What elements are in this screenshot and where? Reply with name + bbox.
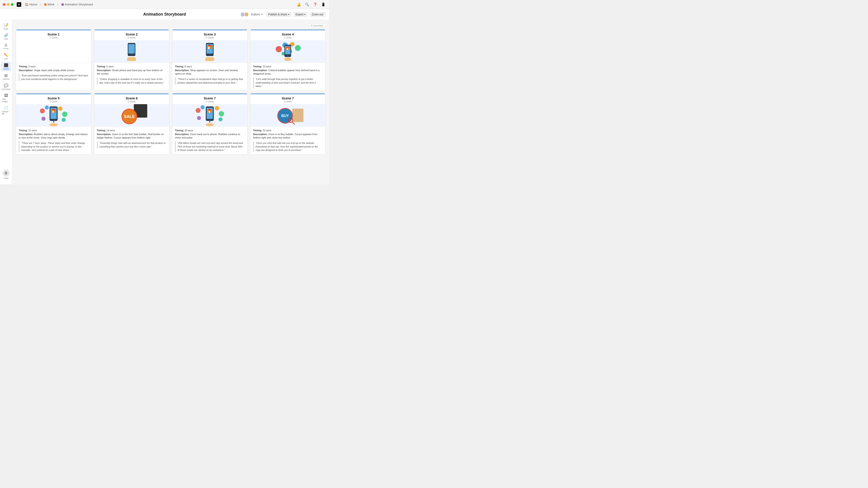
editors-btn[interactable]: Editors ▾ xyxy=(249,12,264,17)
phone-hand-svg xyxy=(124,42,140,61)
sidebar-label-note: Note xyxy=(4,28,8,30)
sidebar-bottom: 🗑 Trash xyxy=(1,168,11,181)
scene-5-quote: "There are 7 keys steps. These steps and… xyxy=(19,141,88,152)
svg-point-43 xyxy=(195,108,200,113)
svg-rect-36 xyxy=(52,109,55,110)
scene-1-quote: "Ever purchased something online using y… xyxy=(19,74,88,81)
export-label: Export xyxy=(296,13,304,16)
breadcrumb-storyboard[interactable]: Animation Storyboard xyxy=(60,2,94,6)
svg-rect-35 xyxy=(53,111,54,113)
board-icon: ⬛ xyxy=(4,63,8,67)
export-btn[interactable]: Export ▾ xyxy=(293,12,308,17)
breadcrumb-sep-1: / xyxy=(40,3,41,6)
storyboard-dot xyxy=(61,3,64,6)
top-bar: N 🏠 Home / Work / Animation Storyboard 🔔… xyxy=(0,0,329,9)
search-icon: 🔍 xyxy=(305,2,309,6)
svg-point-2 xyxy=(131,54,132,55)
page-title: Animation Storyboard xyxy=(143,12,186,17)
sidebar-item-trash[interactable]: 🗑 Trash xyxy=(1,168,11,181)
scene-card-4: Scene 4 2 cards xyxy=(250,29,326,91)
scene-7a-header: Scene 7 2 cards xyxy=(172,94,247,104)
minimize-button[interactable] xyxy=(7,3,9,6)
sidebar-item-add-image[interactable]: 🖼 Add Image xyxy=(1,92,11,104)
breadcrumb-work[interactable]: Work xyxy=(43,2,56,6)
scene-7a-timing: Timing: 20 secs xyxy=(175,129,245,132)
notifications-btn[interactable]: 🔔 xyxy=(296,1,302,8)
sidebar-label-upload-file: Upload file xyxy=(2,110,10,115)
zoom-out-btn[interactable]: Zoom out xyxy=(309,12,326,17)
buy-svg: BUY xyxy=(272,104,304,127)
export-chevron: ▾ xyxy=(304,13,305,15)
scene-7a-image xyxy=(172,104,247,127)
publish-share-btn[interactable]: Publish & share ▾ xyxy=(266,12,291,17)
scene-7a-desc: Description: Zoom back out to phone. Bub… xyxy=(175,133,245,140)
scene-7b-header: Scene 7 2 cards xyxy=(250,94,326,104)
scene-5-title: Scene 5 xyxy=(19,96,88,100)
scene-4-quote: "Let's walk through that journey togethe… xyxy=(253,77,323,88)
scene-3-count: 2 cards xyxy=(175,36,245,39)
scene-1-body: Timing: 3 secs Description: Jingle start… xyxy=(16,63,91,90)
sidebar-label-line: Line xyxy=(4,58,8,60)
svg-point-30 xyxy=(41,117,45,121)
sidebar-item-todo[interactable]: ☰ To-do xyxy=(1,42,11,51)
scene-card-1: Scene 1 2 cards Timing: 3 secs Descripti… xyxy=(16,29,91,91)
sidebar-item-link[interactable]: 🔗 Link xyxy=(1,32,11,41)
sidebar: 📝 Note 🔗 Link ☰ To-do ✏️ Line ⬛ Board ▤ xyxy=(0,20,12,184)
editors-chevron: ▾ xyxy=(261,13,262,15)
scene-4-title: Scene 4 xyxy=(253,33,323,36)
bell-icon: 🔔 xyxy=(297,2,301,6)
phone-bubbles2-svg xyxy=(194,104,225,127)
sidebar-item-upload-file[interactable]: 📄 Upload file xyxy=(1,104,11,116)
device-icon: 📱 xyxy=(321,2,326,6)
breadcrumb-home[interactable]: 🏠 Home xyxy=(24,2,39,6)
sidebar-label-todo: To-do xyxy=(3,47,8,50)
sidebar-item-note[interactable]: 📝 Note xyxy=(1,22,11,31)
home-label: Home xyxy=(29,3,37,6)
scene-card-7b: Scene 7 2 cards BUY xyxy=(250,93,326,155)
page-header: Animation Storyboard Editors ▾ Publish &… xyxy=(0,9,329,20)
scene-2-quote: "Online shopping is available to most of… xyxy=(97,77,166,85)
sidebar-label-trash: Trash xyxy=(3,177,8,180)
scene-card-2: Scene 2 2 cards Ti xyxy=(94,29,169,91)
sidebar-item-line[interactable]: ✏️ Line xyxy=(1,52,11,61)
scene-6-header: Scene 6 2 cards xyxy=(94,94,169,104)
maximize-button[interactable] xyxy=(11,3,13,6)
svg-point-24 xyxy=(287,55,288,56)
scene-4-body: Timing: 10 secs Description: Colored bub… xyxy=(250,63,326,90)
svg-point-38 xyxy=(50,123,58,126)
scene-card-6: Scene 6 2 cards SALE Timing: 14 xyxy=(94,93,169,155)
sidebar-item-comment[interactable]: 💬 Comment xyxy=(1,82,11,92)
column-icon: ▤ xyxy=(4,73,8,77)
storyboard-grid: Scene 1 2 cards Timing: 3 secs Descripti… xyxy=(16,29,326,155)
svg-point-46 xyxy=(219,111,224,117)
scene-6-image: SALE xyxy=(94,104,169,127)
sidebar-item-board[interactable]: ⬛ Board xyxy=(1,62,11,71)
svg-point-27 xyxy=(45,105,49,109)
help-btn[interactable]: ❓ xyxy=(312,1,318,8)
svg-point-48 xyxy=(218,117,222,121)
phone-shop-svg xyxy=(202,42,218,61)
sidebar-item-column[interactable]: ▤ Column xyxy=(1,72,11,82)
scene-6-quote: "Generally things start with an advertis… xyxy=(97,141,166,149)
scene-6-desc: Description: Zoom in to the first Sale b… xyxy=(97,133,166,140)
svg-point-29 xyxy=(62,111,67,117)
svg-rect-56 xyxy=(292,109,304,122)
svg-point-16 xyxy=(295,45,301,51)
scene-7b-quote: "Once you click that sale link you end u… xyxy=(253,141,323,152)
scene-7b-desc: Description: Zoom in to Buy bubble. Curs… xyxy=(253,133,323,140)
scene-card-5: Scene 5 2 cards xyxy=(16,93,91,155)
content-area[interactable]: 0 Unsorted Scene 1 2 cards Timing: 3 sec… xyxy=(12,20,329,184)
scene-card-3: Scene 3 2 cards xyxy=(172,29,248,91)
scene-7a-count: 2 cards xyxy=(175,100,245,103)
device-btn[interactable]: 📱 xyxy=(320,1,327,8)
scene-3-desc: Description: Shop appears on screen. Doo… xyxy=(175,69,245,76)
scene-4-image xyxy=(250,40,326,63)
bubbles-svg xyxy=(272,40,304,63)
publish-label: Publish & share xyxy=(268,13,287,16)
scene-1-header: Scene 1 2 cards xyxy=(16,30,91,40)
close-button[interactable] xyxy=(3,3,5,6)
search-btn[interactable]: 🔍 xyxy=(304,1,310,8)
scene-3-image xyxy=(172,40,247,63)
upload-icon: 📄 xyxy=(4,106,8,110)
scene-1-desc: Description: Jingle starts with empty wh… xyxy=(19,69,88,72)
